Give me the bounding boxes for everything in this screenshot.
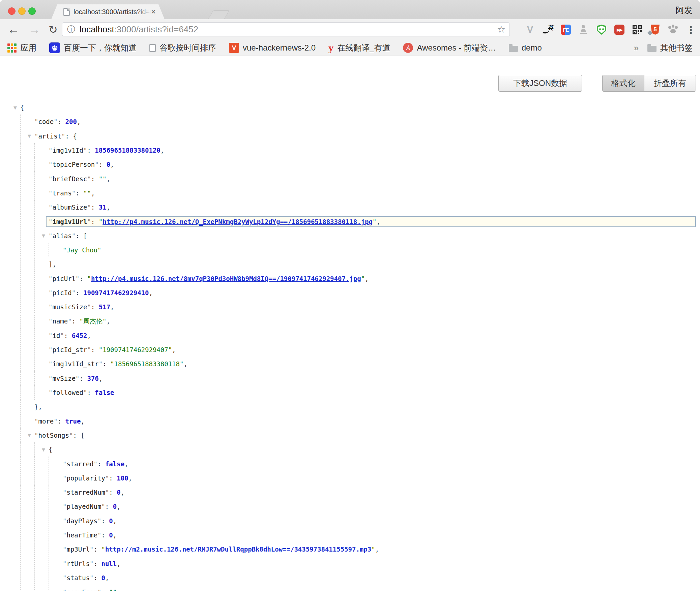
json-row: "topicPerson": 0,	[20, 157, 700, 172]
collapse-all-button[interactable]: 折叠所有	[644, 75, 696, 91]
bookmarks-overflow-icon[interactable]: »	[634, 43, 639, 53]
url-text[interactable]: localhost:3000/artists?id=6452	[80, 24, 494, 35]
indent-guide	[20, 229, 34, 243]
tab-title: localhost:3000/artists?id=645	[74, 8, 151, 16]
json-number: 0	[107, 161, 110, 168]
bookmark-baidu[interactable]: 百度一下，你就知道	[49, 42, 137, 53]
indent-guide	[34, 286, 49, 300]
indent-guide	[34, 186, 49, 200]
indent-guide	[20, 414, 34, 428]
json-row: "briefDesc": "",	[20, 172, 700, 186]
indent-guide	[34, 528, 49, 542]
collapse-arrow-icon[interactable]: ▼	[24, 133, 34, 138]
tampermonkey-icon[interactable]	[596, 25, 607, 35]
video-speed-icon[interactable]: ▶▶	[614, 25, 624, 35]
indent-guide	[34, 357, 49, 371]
json-row: },	[20, 400, 700, 414]
json-key: trans	[52, 189, 71, 197]
address-bar[interactable]: ⓘ localhost:3000/artists?id=6452 ☆	[62, 22, 510, 36]
json-row: ▼"artist": {	[20, 129, 700, 143]
bookmark-demo-folder[interactable]: demo	[509, 43, 542, 53]
json-key: hearTime	[66, 531, 97, 539]
json-key: artist	[38, 132, 61, 140]
json-row: "trans": "",	[20, 186, 700, 200]
indent-guide	[49, 485, 63, 499]
qr-code-icon[interactable]	[632, 25, 642, 35]
json-row: "more": true,	[20, 414, 700, 428]
json-number: 19097417462929410	[83, 289, 149, 297]
download-json-button[interactable]: 下载JSON数据	[498, 75, 582, 92]
json-link[interactable]: http://m2.music.126.net/RMJR7wDullRqppBk…	[105, 546, 371, 553]
indent-guide	[20, 571, 34, 585]
json-number: 200	[65, 118, 77, 125]
json-row-content: "topicPerson": 0,	[49, 161, 114, 168]
json-bracket-open: [	[81, 432, 84, 439]
indent-guide	[49, 542, 63, 556]
vue-icon: V	[229, 43, 239, 53]
json-row-content: },	[34, 403, 42, 410]
paw-extension-icon[interactable]	[668, 25, 678, 35]
json-row: "dayPlays": 0,	[20, 514, 700, 528]
html5-extension-icon[interactable]: 5	[650, 25, 660, 35]
json-row-content: {	[20, 104, 24, 111]
bookmark-vue-hackernews[interactable]: V vue-hackernews-2.0	[229, 43, 316, 53]
json-link[interactable]: http://p4.music.126.net/8mv7qP30Pd3oHW8b…	[91, 275, 361, 282]
json-row-content: "popularity": 100,	[63, 474, 132, 482]
json-row: "albumSize": 31,	[20, 200, 700, 214]
folder-icon	[509, 46, 518, 52]
fe-extension-icon[interactable]: FE	[561, 25, 571, 35]
bookmark-apps[interactable]: 应用	[7, 42, 36, 53]
json-row-content: "trans": "",	[49, 189, 95, 197]
collapse-arrow-icon[interactable]: ▼	[10, 105, 20, 110]
collapse-arrow-icon[interactable]: ▼	[38, 233, 49, 238]
indent-guide	[20, 286, 34, 300]
json-key: id	[52, 332, 60, 339]
json-bracket-open: {	[20, 104, 24, 111]
json-row: "img1v1Id": 18569651883380120,	[20, 143, 700, 157]
chrome-menu-icon[interactable]: ⋮	[686, 25, 696, 35]
apps-grid-icon	[7, 43, 17, 53]
json-key: playedNum	[66, 503, 101, 510]
back-icon[interactable]: ←	[7, 19, 20, 40]
json-link[interactable]: http://p4.music.126.net/Q_ExePNkmgB2yWyL…	[103, 218, 373, 225]
collapse-arrow-icon[interactable]: ▼	[24, 433, 34, 438]
json-key: more	[38, 417, 54, 425]
json-number: 0	[109, 517, 113, 525]
new-tab-button[interactable]	[208, 10, 229, 20]
profile-name[interactable]: 阿发	[676, 5, 693, 16]
indent-guide	[20, 186, 34, 200]
indent-guide	[34, 257, 49, 271]
indent-guide	[34, 585, 49, 591]
bookmark-star-icon[interactable]: ☆	[497, 24, 505, 35]
indent-guide	[20, 257, 34, 271]
translate-extension-icon[interactable]: 英	[543, 25, 553, 35]
indent-guide	[49, 457, 63, 471]
other-bookmarks[interactable]: 其他书签	[647, 42, 693, 53]
indent-guide	[20, 371, 34, 385]
person-extension-icon[interactable]	[579, 25, 589, 35]
json-row-content: "name": "周杰伦",	[49, 317, 110, 326]
indent-guide	[49, 571, 63, 585]
bookmark-awesomes[interactable]: A Awesomes - 前端资…	[403, 42, 496, 53]
json-number: 376	[87, 375, 98, 382]
collapse-arrow-icon[interactable]: ▼	[38, 447, 49, 452]
format-button[interactable]: 格式化	[603, 75, 644, 91]
zoom-window-button[interactable]	[28, 7, 36, 15]
indent-guide	[34, 172, 49, 186]
json-key: hotSongs	[38, 432, 69, 439]
reload-icon[interactable]: ↻	[49, 19, 58, 40]
json-row-content: "dayPlays": 0,	[63, 517, 117, 525]
tab-close-icon[interactable]: ×	[151, 8, 156, 16]
json-row: "rtUrls": null,	[20, 557, 700, 571]
close-window-button[interactable]	[8, 7, 16, 15]
bookmark-google-sort[interactable]: 谷歌按时间排序	[149, 42, 216, 53]
site-info-icon[interactable]: ⓘ	[67, 24, 75, 35]
minimize-window-button[interactable]	[18, 7, 26, 15]
active-tab[interactable]: localhost:3000/artists?id=645 ×	[51, 4, 165, 19]
vue-devtools-icon[interactable]: V	[525, 25, 535, 35]
bookmark-youdao-translate[interactable]: y 在线翻译_有道	[328, 42, 390, 53]
json-row-content: "picUrl": "http://p4.music.126.net/8mv7q…	[49, 275, 369, 282]
json-row-content: "followed": false	[49, 389, 114, 396]
json-key: name	[52, 317, 68, 325]
json-key: img1v1Id_str	[52, 360, 98, 368]
